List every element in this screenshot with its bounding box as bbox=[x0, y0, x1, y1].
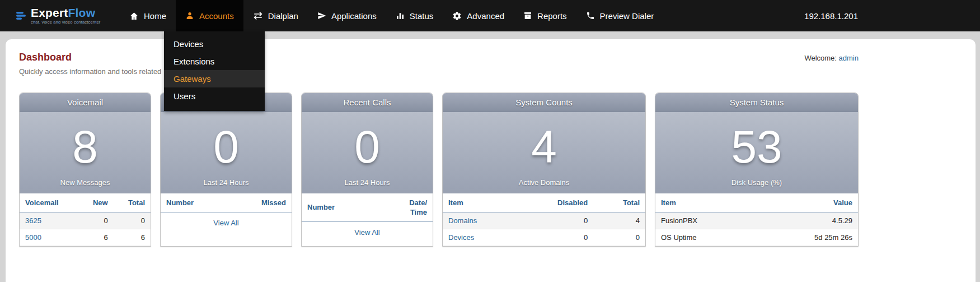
card-table-head: ItemValue bbox=[655, 193, 858, 212]
table-row: OS Uptime5d 25m 26s bbox=[655, 229, 858, 246]
nav-item-label: Status bbox=[410, 11, 434, 21]
column-header: Voicemail bbox=[20, 193, 79, 212]
table-cell: 4.5.29 bbox=[755, 212, 858, 229]
stat-label: New Messages bbox=[20, 178, 151, 188]
card-table-head: VoicemailNewTotal bbox=[20, 193, 151, 212]
card-stat-area: 0Last 24 Hours bbox=[302, 112, 433, 193]
nav-item-accounts[interactable]: Accounts bbox=[176, 0, 243, 31]
card-title: Voicemail bbox=[20, 93, 151, 112]
server-ip: 192.168.1.201 bbox=[804, 11, 858, 21]
column-header: Value bbox=[755, 193, 858, 212]
menu-item-devices[interactable]: Devices bbox=[164, 35, 265, 53]
stat-number: 0 bbox=[161, 115, 292, 178]
table-cell: OS Uptime bbox=[655, 229, 755, 246]
stat-label: Disk Usage (%) bbox=[655, 178, 858, 188]
table-row: Domains04 bbox=[443, 212, 645, 229]
menu-item-extensions[interactable]: Extensions bbox=[164, 53, 265, 70]
column-header: New bbox=[79, 193, 114, 212]
card-system-status: System Status53Disk Usage (%)ItemValueFu… bbox=[655, 93, 859, 247]
brand-name-primary: Expert bbox=[31, 6, 68, 19]
home-icon bbox=[129, 11, 139, 21]
card-stat-area: 4Active Domains bbox=[443, 112, 645, 193]
card-table-head: NumberDate/ Time bbox=[302, 193, 433, 221]
nav-item-label: Preview Dialer bbox=[600, 11, 654, 21]
header-row: ItemDisabledTotal bbox=[443, 193, 645, 212]
nav-item-dialplan[interactable]: Dialplan bbox=[243, 0, 308, 31]
card-system-counts: System Counts4Active DomainsItemDisabled… bbox=[442, 93, 646, 247]
table-cell: 0 bbox=[517, 229, 593, 246]
exchange-icon bbox=[253, 11, 263, 21]
card-stat-area: 8New Messages bbox=[20, 112, 151, 193]
page-subtitle: Quickly access information and tools rel… bbox=[19, 67, 976, 76]
cell-link[interactable]: 5000 bbox=[25, 233, 41, 242]
card-voicemail: Voicemail8New MessagesVoicemailNewTotal3… bbox=[19, 93, 151, 247]
brand-text: ExpertFlow chat, voice and video contact… bbox=[31, 7, 101, 25]
nav-item-reports[interactable]: Reports bbox=[514, 0, 576, 31]
archive-icon bbox=[523, 11, 532, 20]
column-header: Disabled bbox=[517, 193, 593, 212]
table-row: Devices00 bbox=[443, 229, 645, 246]
chart-icon bbox=[396, 11, 405, 20]
cell-link[interactable]: Domains bbox=[448, 216, 477, 225]
card-table-body: 362500500066 bbox=[20, 212, 151, 246]
table-cell: FusionPBX bbox=[655, 212, 755, 229]
card-table: VoicemailNewTotal362500500066 bbox=[20, 193, 151, 246]
stat-number: 53 bbox=[655, 115, 858, 178]
dashboard-cards: Voicemail8New MessagesVoicemailNewTotal3… bbox=[19, 93, 976, 247]
nav-item-label: Advanced bbox=[467, 11, 504, 21]
nav-item-status[interactable]: Status bbox=[386, 0, 443, 31]
menu-item-gateways[interactable]: Gateways bbox=[164, 70, 265, 87]
nav-item-label: Accounts bbox=[199, 11, 234, 21]
brand-logo[interactable]: ExpertFlow chat, voice and video contact… bbox=[16, 7, 119, 25]
top-navbar: ExpertFlow chat, voice and video contact… bbox=[0, 0, 980, 31]
card-stat-area: 0Last 24 Hours bbox=[161, 112, 292, 193]
expertflow-logo-icon bbox=[16, 10, 27, 21]
nav-item-advanced[interactable]: Advanced bbox=[443, 0, 514, 31]
column-header: Item bbox=[655, 193, 755, 212]
table-cell: Domains bbox=[443, 212, 517, 229]
card-table-body: FusionPBX4.5.29OS Uptime5d 25m 26s bbox=[655, 212, 858, 246]
content-panel: Dashboard Quickly access information and… bbox=[6, 39, 976, 282]
table-row: 500066 bbox=[20, 229, 151, 246]
table-cell: 3625 bbox=[20, 212, 79, 229]
table-cell: Devices bbox=[443, 229, 517, 246]
card-table: ItemDisabledTotalDomains04Devices00 bbox=[443, 193, 645, 246]
nav-item-home[interactable]: Home bbox=[120, 0, 176, 31]
column-header: Total bbox=[593, 193, 645, 212]
table-cell: 5d 25m 26s bbox=[755, 229, 858, 246]
nav-item-label: Dialplan bbox=[268, 11, 298, 21]
cell-link[interactable]: Devices bbox=[448, 233, 474, 242]
user-icon bbox=[185, 11, 194, 20]
nav-item-applications[interactable]: Applications bbox=[308, 0, 386, 31]
nav-item-label: Applications bbox=[331, 11, 377, 21]
table-cell: 0 bbox=[593, 229, 645, 246]
paper-plane-icon bbox=[317, 11, 326, 20]
card-table-head: ItemDisabledTotal bbox=[443, 193, 645, 212]
main-nav: HomeAccountsDialplanApplicationsStatusAd… bbox=[120, 0, 663, 31]
stat-label: Active Domains bbox=[443, 178, 645, 188]
stat-label: Last 24 Hours bbox=[161, 178, 292, 188]
table-cell: 6 bbox=[79, 229, 114, 246]
stat-number: 4 bbox=[443, 115, 645, 178]
table-cell: 6 bbox=[114, 229, 151, 246]
cell-link[interactable]: 3625 bbox=[25, 216, 41, 225]
card-table: NumberMissed bbox=[161, 193, 292, 212]
phone-icon bbox=[586, 11, 595, 20]
column-header: Total bbox=[114, 193, 151, 212]
view-all-link[interactable]: View All bbox=[213, 219, 238, 227]
brand-tagline: chat, voice and video contactcenter bbox=[31, 20, 101, 25]
stat-number: 8 bbox=[20, 115, 151, 178]
header-row: NumberMissed bbox=[161, 193, 292, 212]
view-all-link[interactable]: View All bbox=[354, 228, 379, 237]
welcome-label: Welcome: bbox=[804, 54, 837, 62]
card-title: System Status bbox=[655, 93, 858, 112]
welcome-user-link[interactable]: admin bbox=[839, 54, 859, 62]
card-table-body: Domains04Devices00 bbox=[443, 212, 645, 246]
table-row: 362500 bbox=[20, 212, 151, 229]
card-missed-calls: Missed Calls0Last 24 HoursNumberMissedVi… bbox=[160, 93, 292, 247]
page-header: Dashboard Quickly access information and… bbox=[6, 39, 976, 76]
menu-item-users[interactable]: Users bbox=[164, 87, 265, 105]
nav-item-preview-dialer[interactable]: Preview Dialer bbox=[576, 0, 664, 31]
header-row: ItemValue bbox=[655, 193, 858, 212]
stat-label: Last 24 Hours bbox=[302, 178, 433, 188]
